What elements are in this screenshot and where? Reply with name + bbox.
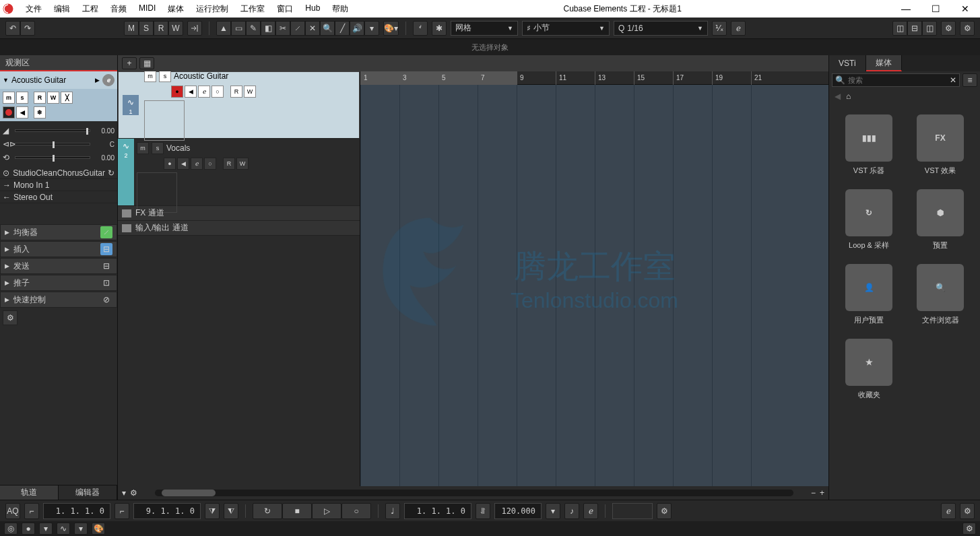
insp-record[interactable] [3, 106, 15, 119]
quantize-settings[interactable]: ℯ [731, 21, 746, 36]
menu-project[interactable]: 工程 [77, 1, 104, 18]
zone-right-button[interactable]: ◫ [922, 21, 937, 36]
media-vst-instruments[interactable]: ▮▮▮VST 乐器 [845, 114, 892, 176]
inspector-tab-editor[interactable]: 编辑器 [59, 485, 117, 500]
track-visibility-button[interactable]: ▦ [139, 57, 154, 69]
status-midi[interactable]: ▾ [74, 523, 88, 535]
track-mute[interactable]: m [144, 71, 156, 82]
menu-file[interactable]: 文件 [20, 1, 47, 18]
left-locator[interactable]: 1. 1. 1. 0 [43, 503, 110, 519]
primary-time[interactable]: 1. 1. 1. 0 [404, 503, 471, 519]
event-display[interactable]: 1 3 5 7 9 11 13 15 17 19 21 腾龙工作 [360, 71, 828, 486]
folder-fx[interactable]: FX 通道 [118, 206, 360, 221]
arrow-tool[interactable]: ▲ [216, 21, 231, 36]
write-button[interactable]: W [168, 21, 183, 36]
track-lanes[interactable]: ○ [204, 158, 216, 170]
eq-bypass-icon[interactable]: ⟋ [100, 226, 112, 238]
media-loops[interactable]: ↻Loop & 采样 [845, 189, 892, 250]
zone-bottom-button[interactable]: ⊟ [907, 21, 922, 36]
insp-mute[interactable]: m [3, 92, 15, 104]
menu-media[interactable]: 媒体 [162, 1, 189, 18]
metronome-button[interactable]: ♩ [385, 503, 400, 519]
media-user-presets[interactable]: 👤用户预置 [845, 264, 892, 325]
delay-value[interactable]: 0.00 [93, 154, 115, 162]
menu-edit[interactable]: 编辑 [48, 1, 75, 18]
inspector-track-name-row[interactable]: ▼ Acoustic Guitar ▶ ℯ [0, 71, 117, 89]
glue-tool[interactable]: ⟋ [290, 21, 305, 36]
zoom-in-h[interactable]: + [820, 488, 824, 498]
redo-button[interactable]: ↷ [20, 21, 35, 36]
home-icon[interactable]: ⌂ [846, 92, 851, 101]
quantize-select[interactable]: Q1/16▼ [614, 21, 708, 36]
settings-button[interactable]: ⚙ [960, 21, 975, 36]
menu-transport[interactable]: 运行控制 [191, 1, 234, 18]
sends-icon[interactable]: ⊟ [100, 260, 112, 272]
tempo-value[interactable]: 120.000 [494, 503, 542, 519]
tempo-tap[interactable]: ▾ [546, 503, 560, 519]
section-eq[interactable]: ▶均衡器⟋ [0, 224, 117, 240]
track-solo[interactable]: s [152, 142, 164, 154]
record-button[interactable]: ○ [341, 503, 371, 519]
play-button[interactable]: ▷ [312, 503, 341, 519]
menu-studio[interactable]: 工作室 [235, 1, 270, 18]
volume-slider[interactable] [15, 129, 90, 132]
track-monitor[interactable]: ◀ [185, 86, 197, 98]
aq-button[interactable]: AQ [5, 503, 20, 519]
inserts-bypass-icon[interactable]: ⊟ [100, 243, 112, 255]
track-solo[interactable]: s [159, 71, 171, 82]
track-read[interactable]: R [230, 86, 242, 98]
setup-layout-button[interactable]: ⚙ [941, 21, 956, 36]
undo-button[interactable]: ↶ [5, 21, 20, 36]
track-record[interactable]: ● [171, 86, 183, 98]
media-vst-effects[interactable]: FXVST 效果 [917, 114, 964, 176]
pan-value[interactable]: C [93, 141, 115, 148]
autoscroll-button[interactable] [187, 21, 202, 36]
track-color-strip[interactable]: ∿2 [118, 139, 134, 205]
track-record[interactable]: ● [164, 158, 176, 170]
pan-slider[interactable] [15, 143, 90, 145]
zoom-out-h[interactable]: − [811, 488, 816, 498]
back-icon[interactable]: ◀ [835, 92, 841, 101]
track-edit[interactable]: ℯ [198, 86, 210, 98]
track-lanes[interactable]: ○ [211, 86, 224, 98]
erase-tool[interactable]: ◧ [261, 21, 275, 36]
play-tool[interactable]: 🔊 [350, 21, 364, 36]
split-tool[interactable]: ✂ [275, 21, 290, 36]
footer-gear-icon[interactable]: ⚙ [130, 488, 137, 498]
edit-channel-icon[interactable]: ℯ [102, 74, 115, 86]
snap-mode-select[interactable]: 网格▼ [451, 21, 518, 36]
status-cpu[interactable]: ◎ [4, 523, 18, 535]
punch-out-button[interactable]: ⌐ [115, 503, 129, 519]
line-tool[interactable]: ╱ [335, 21, 350, 36]
read-button[interactable]: R [154, 21, 168, 36]
status-disk[interactable]: ▾ [39, 523, 53, 535]
clear-search-icon[interactable]: ✕ [950, 75, 956, 85]
precount-button[interactable]: ℯ [583, 503, 598, 519]
input-routing[interactable]: →Mono In 1 [0, 179, 117, 191]
tab-vsti[interactable]: VSTi [829, 55, 866, 71]
insert-chain[interactable]: ⊙StudioCleanChorusGuitar↻ [0, 167, 117, 179]
track-mute[interactable]: m [137, 142, 149, 154]
fader-icon[interactable]: ⊡ [100, 277, 112, 289]
track-row[interactable]: ∿1 m s Acoustic Guitar ● ◀ ℯ ○ [118, 71, 360, 139]
status-color[interactable]: 🎨 [92, 523, 105, 535]
marker-next[interactable]: ⧨ [224, 503, 238, 519]
zoom-tool[interactable]: 🔍 [320, 21, 335, 36]
volume-value[interactable]: 0.00 [93, 127, 115, 135]
close-button[interactable]: ✕ [950, 0, 980, 18]
track-edit[interactable]: ℯ [191, 158, 203, 170]
inspector-tab-track[interactable]: 轨道 [0, 485, 59, 500]
mute-all-button[interactable]: M [124, 21, 139, 36]
stop-button[interactable]: ■ [282, 503, 312, 519]
status-rec[interactable]: ● [22, 523, 35, 535]
draw-tool[interactable]: ✎ [246, 21, 261, 36]
insp-write[interactable]: W [47, 92, 59, 104]
solo-all-button[interactable]: S [139, 21, 154, 36]
track-color-strip[interactable]: ∿1 [123, 95, 139, 115]
color-tool[interactable]: 🎨▾ [383, 21, 399, 36]
cycle-button[interactable]: ↻ [253, 503, 282, 519]
transport-settings[interactable]: ⚙ [657, 503, 672, 519]
dropdown-tool[interactable]: ▾ [364, 21, 379, 36]
insp-read[interactable]: R [34, 92, 46, 104]
menu-midi[interactable]: MIDI [133, 1, 161, 18]
